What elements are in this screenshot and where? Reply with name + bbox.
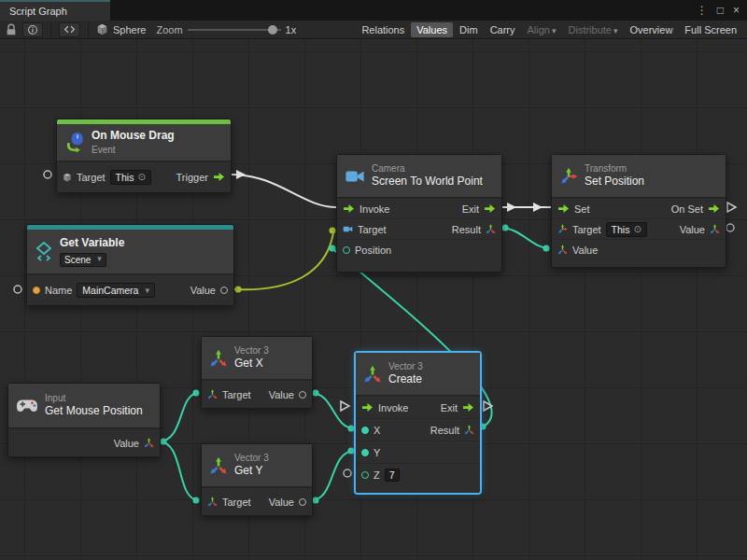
target-value-pill[interactable]: This⊙	[110, 170, 151, 185]
vector3-icon	[363, 365, 382, 384]
object-picker-icon[interactable]: ⊙	[137, 172, 145, 182]
node-get-x[interactable]: Vector 3 Get X Target Value	[201, 336, 313, 409]
carry-button[interactable]: Carry	[485, 22, 521, 37]
graph-toolbar: Sphere Zoom 1x Relations Values Dim Carr…	[0, 21, 747, 39]
port-label-value-in: Value	[572, 245, 598, 256]
window-menu-icon[interactable]: ⋮	[697, 4, 708, 17]
port-label-exit: Exit	[462, 203, 479, 215]
overview-button[interactable]: Overview	[625, 22, 679, 37]
node-header[interactable]: Vector 3 Create	[356, 353, 480, 396]
port-label-value: Value	[269, 497, 294, 508]
lock-icon[interactable]	[5, 23, 18, 36]
tab-script-graph[interactable]: Script Graph	[0, 0, 110, 21]
node-header[interactable]: On Mouse Drag Event	[57, 124, 231, 161]
node-get-mouse-position[interactable]: Input Get Mouse Position Value	[7, 383, 161, 457]
string-port[interactable]	[33, 287, 40, 294]
distribute-button[interactable]: Distribute▾	[563, 22, 624, 37]
node-header[interactable]: Get Variable Scene▾	[27, 230, 233, 274]
window-controls: ⋮ □ ×	[697, 0, 747, 21]
value-output-port[interactable]	[220, 287, 228, 294]
node-vector3-create[interactable]: Vector 3 Create Invoke Exit X	[355, 352, 481, 494]
zoom-slider-handle[interactable]	[268, 25, 277, 35]
wire-getx-to-create-x[interactable]	[311, 390, 355, 432]
port-label-invoke: Invoke	[359, 203, 389, 215]
vector3-port-icon[interactable]	[207, 389, 218, 399]
invoke-flow-port[interactable]	[361, 402, 374, 413]
dim-button[interactable]: Dim	[454, 22, 484, 37]
zoom-slider-track[interactable]	[188, 29, 281, 31]
node-title: Get Y	[234, 464, 269, 479]
zoom-slider[interactable]	[188, 23, 281, 36]
node-title: Create	[388, 372, 423, 387]
node-header[interactable]: Vector 3 Get Y	[202, 444, 312, 487]
gameobject-port-icon[interactable]	[63, 173, 72, 182]
info-button[interactable]	[22, 22, 43, 37]
node-header[interactable]: Transform Set Position	[552, 155, 726, 198]
x-input-port[interactable]	[361, 427, 369, 434]
wire-trigger-to-invoke[interactable]	[232, 170, 336, 207]
port-label-target: Target	[572, 224, 601, 235]
node-header[interactable]: Input Get Mouse Position	[8, 384, 160, 428]
value-output-port[interactable]	[299, 391, 306, 399]
wire-mouseposition-to-gety[interactable]	[159, 441, 200, 504]
node-title: On Mouse Drag	[92, 129, 175, 144]
port-label-name: Name	[45, 285, 72, 296]
toolbar-buttons: Relations Values Dim Carry Align▾ Distri…	[356, 22, 742, 37]
vector3-port-icon[interactable]	[464, 425, 474, 435]
node-set-position[interactable]: Transform Set Position Set On Set Target	[551, 154, 726, 268]
z-value-field[interactable]: 7	[385, 469, 400, 482]
port-label-target: Target	[358, 224, 387, 235]
trigger-flow-port[interactable]	[213, 172, 225, 182]
y-input-port[interactable]	[361, 449, 369, 456]
values-button[interactable]: Values	[411, 22, 453, 37]
node-header[interactable]: Camera Screen To World Point	[337, 155, 501, 198]
node-category: Transform	[585, 162, 644, 175]
wire-mouseposition-to-getx[interactable]	[159, 390, 200, 445]
wire-exit-to-set[interactable]	[502, 203, 551, 212]
full-screen-button[interactable]: Full Screen	[679, 22, 742, 37]
port-label-trigger: Trigger	[176, 172, 208, 183]
tab-label: Script Graph	[9, 6, 67, 17]
align-button[interactable]: Align▾	[522, 22, 562, 37]
camera-port-icon[interactable]	[343, 224, 353, 234]
zoom-value: 1x	[286, 24, 297, 35]
window-maximize-icon[interactable]: □	[717, 4, 724, 17]
target-object-label[interactable]: Sphere	[113, 24, 146, 35]
on-set-flow-port[interactable]	[708, 203, 720, 214]
node-get-y[interactable]: Vector 3 Get Y Target Value	[201, 443, 313, 516]
variable-name-dropdown[interactable]: MainCamera▾	[77, 283, 155, 298]
node-screen-to-world-point[interactable]: Camera Screen To World Point Invoke Exit…	[336, 154, 502, 273]
vector3-port-icon[interactable]	[207, 497, 218, 507]
node-category: Vector 3	[234, 452, 269, 464]
relations-button[interactable]: Relations	[356, 22, 410, 37]
port-label-result: Result	[452, 224, 481, 235]
window-close-icon[interactable]: ×	[733, 4, 740, 17]
variable-scope-dropdown[interactable]: Scene▾	[60, 253, 106, 267]
node-subtitle: Event	[92, 144, 175, 156]
wire-camera-result-to-setposition-value[interactable]	[500, 225, 550, 252]
vector3-port-icon[interactable]	[486, 224, 496, 234]
graph-canvas[interactable]: On Mouse Drag Event Target This⊙ Trigger	[0, 39, 747, 560]
position-input-port[interactable]	[343, 246, 350, 254]
gameobject-icon	[96, 23, 108, 35]
vector3-port-icon[interactable]	[710, 224, 720, 234]
transform-port-icon[interactable]	[557, 224, 568, 234]
node-category: Camera	[372, 162, 483, 175]
wire-variable-to-camera-target[interactable]	[234, 228, 336, 293]
set-flow-port[interactable]	[557, 203, 570, 214]
vector3-port-icon[interactable]	[144, 438, 154, 448]
node-footer	[337, 259, 501, 272]
value-output-port[interactable]	[299, 498, 306, 506]
node-on-mouse-drag[interactable]: On Mouse Drag Event Target This⊙ Trigger	[56, 119, 232, 193]
invoke-flow-port[interactable]	[343, 203, 355, 214]
node-get-variable[interactable]: Get Variable Scene▾ Name MainCamera▾ Val…	[26, 224, 234, 306]
code-view-button[interactable]	[59, 22, 80, 37]
wire-gety-to-create-y[interactable]	[311, 448, 355, 504]
target-value-pill[interactable]: This⊙	[606, 222, 647, 237]
exit-flow-port[interactable]	[484, 203, 496, 214]
z-input-port[interactable]	[361, 471, 369, 479]
node-header[interactable]: Vector 3 Get X	[202, 337, 312, 380]
vector3-port-icon[interactable]	[557, 245, 568, 255]
object-picker-icon[interactable]: ⊙	[633, 224, 641, 234]
exit-flow-port[interactable]	[462, 402, 474, 413]
